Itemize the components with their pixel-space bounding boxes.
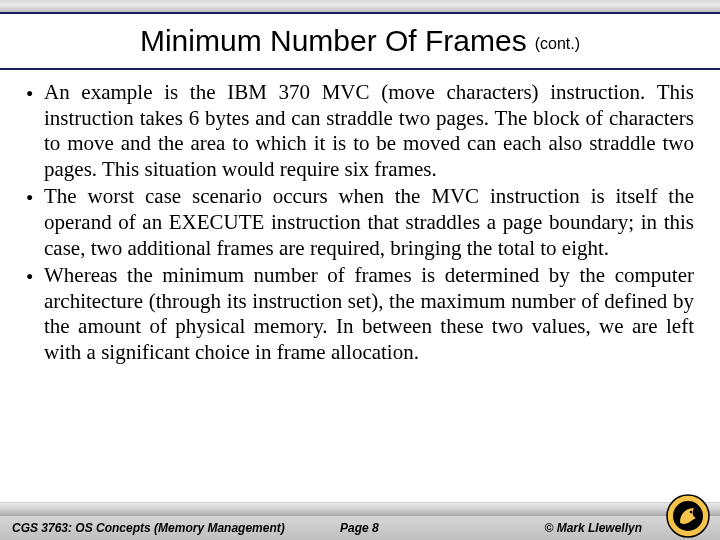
footer-gradient [0, 502, 720, 516]
footer-course: CGS 3763: OS Concepts (Memory Management… [12, 521, 285, 535]
slide-title-wrap: Minimum Number Of Frames (cont.) [0, 14, 720, 62]
slide-title-cont: (cont.) [535, 35, 580, 52]
footer-copyright: © Mark Llewellyn [544, 521, 642, 535]
footer-page: Page 8 [340, 521, 379, 535]
bullet-text: The worst case scenario occurs when the … [44, 184, 694, 261]
slide-footer: CGS 3763: OS Concepts (Memory Management… [0, 502, 720, 540]
bullet-item: • Whereas the minimum number of frames i… [26, 263, 694, 365]
slide-title: Minimum Number Of Frames [140, 24, 527, 57]
bullet-dot-icon: • [26, 184, 44, 261]
bullet-text: Whereas the minimum number of frames is … [44, 263, 694, 365]
slide-body: • An example is the IBM 370 MVC (move ch… [0, 70, 720, 366]
ucf-pegasus-logo-icon [666, 494, 710, 538]
bullet-dot-icon: • [26, 80, 44, 182]
footer-bar: CGS 3763: OS Concepts (Memory Management… [0, 516, 720, 540]
bullet-dot-icon: • [26, 263, 44, 365]
bullet-text: An example is the IBM 370 MVC (move char… [44, 80, 694, 182]
svg-point-2 [690, 511, 692, 513]
top-gradient-bar [0, 0, 720, 14]
bullet-item: • An example is the IBM 370 MVC (move ch… [26, 80, 694, 182]
bullet-item: • The worst case scenario occurs when th… [26, 184, 694, 261]
